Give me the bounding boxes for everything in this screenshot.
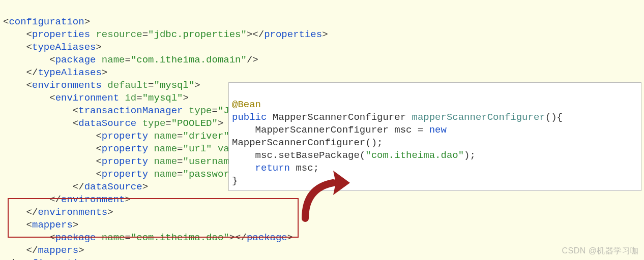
close-brace: } xyxy=(232,175,238,186)
xml-attr: name xyxy=(154,169,177,180)
xml-attr: default xyxy=(107,80,148,91)
keyword-new: new xyxy=(429,124,447,136)
xml-tag: typeAliases xyxy=(32,42,96,53)
annotation: @Bean xyxy=(232,99,261,110)
xml-value-cut: "J xyxy=(218,105,229,116)
xml-attr: name xyxy=(154,143,177,154)
xml-attr: name xyxy=(154,156,177,167)
xml-attr-cut: va xyxy=(218,143,229,154)
xml-attr: id xyxy=(125,92,136,104)
xml-tag: mappers xyxy=(32,219,73,231)
xml-tag: property xyxy=(102,131,148,142)
string-literal: "com.itheima.dao" xyxy=(365,150,464,161)
xml-tag: properties xyxy=(32,29,90,40)
xml-tag: environment xyxy=(55,92,119,104)
xml-attr: resource xyxy=(96,29,142,40)
xml-attr: name xyxy=(102,232,125,243)
xml-attr: type xyxy=(189,105,212,116)
code-line: msc.setBasePackage( xyxy=(255,150,366,161)
code-line: MapperScannerConfigurer msc = xyxy=(255,124,429,136)
xml-attr: name xyxy=(102,54,125,66)
xml-value: "com.itheima.dao" xyxy=(131,232,229,243)
xml-value: "mysql" xyxy=(142,92,183,104)
xml-tag: package xyxy=(55,54,96,66)
xml-value: "com.itheima.domain" xyxy=(131,54,247,66)
type-name: MapperScannerConfigurer xyxy=(273,112,406,123)
xml-attr: name xyxy=(154,131,177,142)
xml-value-cut: "usernam xyxy=(183,156,229,167)
xml-value: "mysql" xyxy=(154,80,194,91)
xml-value-cut: "url" xyxy=(183,143,212,154)
xml-value: "jdbc.properties" xyxy=(148,29,247,40)
keyword-public: public xyxy=(232,112,267,123)
xml-value-cut: "driver" xyxy=(183,131,229,142)
xml-tag: property xyxy=(102,169,148,180)
xml-value: "POOLED" xyxy=(171,118,218,129)
xml-attr: type xyxy=(142,118,166,129)
java-code-popup: @Bean public MapperScannerConfigurer map… xyxy=(228,82,641,191)
xml-tag: package xyxy=(55,232,96,243)
xml-value-cut: "passwor xyxy=(183,169,229,180)
xml-tag: transactionManager xyxy=(78,105,183,116)
code-line: MapperScannerConfigurer(); xyxy=(232,137,383,148)
xml-tag: configuration xyxy=(9,16,84,27)
keyword-return: return xyxy=(255,162,290,174)
xml-tag: environments xyxy=(32,80,102,91)
method-name: mapperScannerConfigurer xyxy=(412,112,545,123)
xml-tag: property xyxy=(102,156,148,167)
watermark-text: CSDN @机器学习咖 xyxy=(562,244,639,257)
xml-tag: dataSource xyxy=(78,118,136,129)
xml-tag: property xyxy=(102,143,148,154)
